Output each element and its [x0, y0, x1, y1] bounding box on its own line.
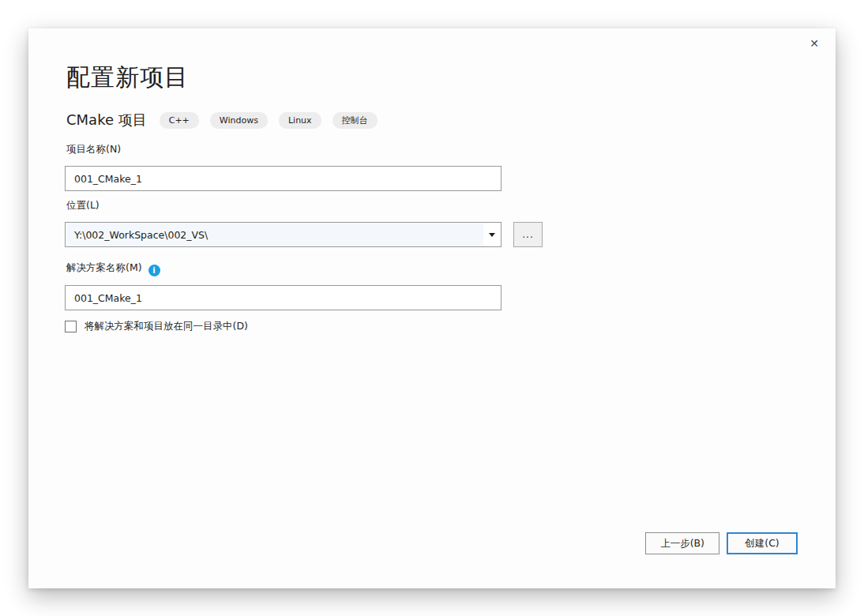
configure-project-dialog: ✕ 配置新项目 CMake 项目 C++ Windows Linux 控制台 项…	[28, 28, 836, 588]
browse-button[interactable]: ...	[513, 222, 543, 247]
create-button[interactable]: 创建(C)	[727, 532, 798, 554]
tag-console: 控制台	[332, 112, 378, 129]
checkbox-label: 将解决方案和项目放在同一目录中(D)	[85, 320, 248, 333]
chevron-down-icon[interactable]	[483, 223, 501, 246]
template-name: CMake 项目	[66, 111, 147, 130]
page-title: 配置新项目	[66, 62, 189, 94]
template-header: CMake 项目 C++ Windows Linux 控制台	[66, 111, 378, 130]
info-icon: i	[148, 265, 160, 276]
solution-name-input[interactable]	[65, 285, 501, 310]
location-value: Y:\002_WorkSpace\002_VS\	[66, 223, 483, 246]
template-tags: C++ Windows Linux 控制台	[160, 112, 378, 129]
solution-name-label: 解决方案名称(M)i	[66, 261, 160, 276]
location-label: 位置(L)	[66, 199, 100, 212]
same-directory-checkbox-row[interactable]: 将解决方案和项目放在同一目录中(D)	[65, 320, 248, 333]
tag-linux: Linux	[279, 112, 321, 129]
project-name-label: 项目名称(N)	[66, 143, 121, 156]
project-name-input[interactable]	[65, 166, 501, 191]
solution-name-label-text: 解决方案名称(M)	[66, 261, 142, 273]
tag-windows: Windows	[210, 112, 268, 129]
checkbox-unchecked[interactable]	[65, 321, 77, 332]
close-icon[interactable]: ✕	[804, 33, 825, 54]
footer-buttons: 上一步(B) 创建(C)	[645, 532, 798, 554]
tag-cpp: C++	[160, 112, 199, 129]
location-combobox[interactable]: Y:\002_WorkSpace\002_VS\	[65, 222, 501, 247]
back-button[interactable]: 上一步(B)	[645, 532, 719, 554]
